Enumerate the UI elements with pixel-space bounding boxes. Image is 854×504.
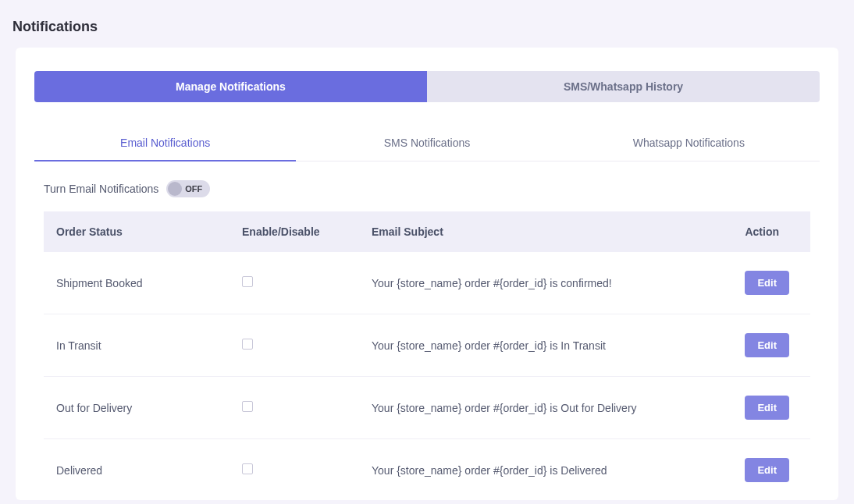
toggle-knob (168, 182, 182, 196)
cell-action: Edit (732, 252, 810, 314)
cell-email-subject: Your {store_name} order #{order_id} is I… (359, 314, 732, 377)
tab-sms-whatsapp-history[interactable]: SMS/Whatsapp History (427, 71, 820, 102)
cell-order-status: Delivered (44, 439, 230, 501)
cell-enable (230, 314, 359, 377)
tab-sms-notifications[interactable]: SMS Notifications (296, 126, 557, 161)
edit-button[interactable]: Edit (745, 458, 789, 482)
table-row: Out for DeliveryYour {store_name} order … (44, 377, 810, 439)
edit-button[interactable]: Edit (745, 333, 789, 357)
cell-order-status: In Transit (44, 314, 230, 377)
toggle-state: OFF (185, 184, 202, 193)
th-order-status: Order Status (44, 211, 230, 252)
cell-order-status: Shipment Booked (44, 252, 230, 314)
cell-order-status: Out for Delivery (44, 377, 230, 439)
cell-action: Edit (732, 314, 810, 377)
edit-button[interactable]: Edit (745, 396, 789, 420)
th-email-subject: Email Subject (359, 211, 732, 252)
toggle-row: Turn Email Notifications OFF (34, 161, 820, 211)
cell-enable (230, 377, 359, 439)
cell-email-subject: Your {store_name} order #{order_id} is O… (359, 377, 732, 439)
enable-checkbox[interactable] (242, 276, 253, 287)
enable-checkbox[interactable] (242, 401, 253, 412)
toggle-label: Turn Email Notifications (44, 183, 158, 195)
cell-action: Edit (732, 377, 810, 439)
cell-action: Edit (732, 439, 810, 501)
table-row: Shipment BookedYour {store_name} order #… (44, 252, 810, 314)
table-row: In TransitYour {store_name} order #{orde… (44, 314, 810, 377)
main-tabs: Manage Notifications SMS/Whatsapp Histor… (34, 71, 820, 102)
enable-checkbox[interactable] (242, 339, 253, 350)
cell-enable (230, 252, 359, 314)
th-action: Action (732, 211, 810, 252)
notifications-table: Order Status Enable/Disable Email Subjec… (44, 211, 810, 500)
page-title: Notifications (0, 0, 854, 48)
cell-enable (230, 439, 359, 501)
table-row: DeliveredYour {store_name} order #{order… (44, 439, 810, 501)
cell-email-subject: Your {store_name} order #{order_id} is c… (359, 252, 732, 314)
tab-manage-notifications[interactable]: Manage Notifications (34, 71, 427, 102)
sub-tabs: Email Notifications SMS Notifications Wh… (34, 126, 820, 161)
tab-whatsapp-notifications[interactable]: Whatsapp Notifications (558, 126, 820, 161)
enable-checkbox[interactable] (242, 463, 253, 474)
tab-email-notifications[interactable]: Email Notifications (34, 126, 296, 161)
edit-button[interactable]: Edit (745, 271, 789, 295)
email-notifications-toggle[interactable]: OFF (166, 180, 210, 197)
notifications-card: Manage Notifications SMS/Whatsapp Histor… (16, 48, 838, 500)
cell-email-subject: Your {store_name} order #{order_id} is D… (359, 439, 732, 501)
th-enable-disable: Enable/Disable (230, 211, 359, 252)
